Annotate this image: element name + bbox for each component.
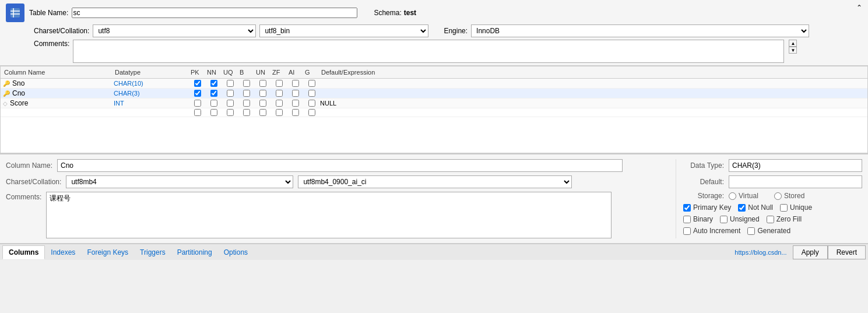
g-sno[interactable]: [308, 80, 315, 87]
checkboxes-row2: Binary Unsigned Zero Fill: [683, 215, 862, 223]
apply-button[interactable]: Apply: [793, 245, 828, 259]
storage-row: Storage: Virtual Stored: [683, 192, 862, 200]
schema-label: Schema:: [374, 9, 401, 17]
zf-sno[interactable]: [276, 80, 283, 87]
data-type-row: Data Type:: [683, 159, 862, 172]
b-sno[interactable]: [243, 80, 250, 87]
key-icon: 🔑: [3, 80, 10, 87]
default-label: Default:: [683, 178, 724, 186]
b-new[interactable]: [243, 109, 250, 116]
zf-cno[interactable]: [276, 90, 283, 97]
nn-sno[interactable]: [210, 80, 217, 87]
charset-detail-select[interactable]: utf8mb4: [66, 175, 293, 188]
zero-fill-checkbox[interactable]: [767, 216, 774, 223]
checkboxes-row1: Primary Key Not Null Unique: [683, 203, 862, 212]
table-name-input[interactable]: [72, 8, 357, 18]
table-row[interactable]: 🔑 Sno CHAR(10): [1, 79, 867, 89]
not-null-checkbox-label[interactable]: Not Null: [738, 203, 773, 212]
revert-button[interactable]: Revert: [828, 245, 866, 259]
collation-select[interactable]: utf8_bin: [259, 24, 428, 37]
pk-cno[interactable]: [194, 90, 201, 97]
table-row-empty[interactable]: [1, 108, 867, 117]
engine-select[interactable]: InnoDB: [471, 24, 809, 37]
collapse-icon[interactable]: ⌃: [856, 3, 862, 12]
unsigned-checkbox-label[interactable]: Unsigned: [720, 215, 760, 223]
storage-stored-label[interactable]: Stored: [774, 192, 815, 200]
g-score[interactable]: [308, 100, 315, 107]
g-new[interactable]: [308, 109, 315, 116]
g-cno[interactable]: [308, 90, 315, 97]
zf-score[interactable]: [276, 100, 283, 107]
ai-cno[interactable]: [292, 90, 299, 97]
unsigned-checkbox[interactable]: [720, 216, 728, 223]
row3: Comments: ▲ ▼: [6, 40, 862, 63]
zf-new[interactable]: [276, 109, 283, 116]
nn-score[interactable]: [210, 100, 217, 107]
un-new[interactable]: [259, 109, 266, 116]
zero-fill-checkbox-label[interactable]: Zero Fill: [767, 215, 802, 223]
charset-detail-label: Charset/Collation:: [6, 178, 61, 186]
uq-sno[interactable]: [227, 80, 234, 87]
col-datatype-score: INT: [114, 100, 189, 107]
uq-new[interactable]: [227, 109, 234, 116]
comments-textarea[interactable]: [73, 40, 784, 63]
tab-options[interactable]: Options: [218, 246, 254, 259]
ai-new[interactable]: [292, 109, 299, 116]
comments-detail-textarea[interactable]: 课程号: [46, 192, 612, 238]
tab-indexes[interactable]: Indexes: [45, 246, 81, 259]
binary-checkbox-label[interactable]: Binary: [683, 215, 713, 223]
row2: Charset/Collation: utf8 utf8_bin Engine:…: [6, 24, 862, 37]
generated-checkbox-label[interactable]: Generated: [747, 227, 790, 235]
collation-detail-select[interactable]: utf8mb4_0900_ai_ci: [298, 175, 572, 188]
nn-cno[interactable]: [210, 90, 217, 97]
ai-sno[interactable]: [292, 80, 299, 87]
pk-sno[interactable]: [194, 80, 201, 87]
tab-partitioning[interactable]: Partitioning: [171, 246, 218, 259]
col-name-detail-input[interactable]: [57, 159, 623, 172]
default-input[interactable]: [729, 175, 862, 188]
engine-label: Engine:: [444, 27, 468, 35]
b-cno[interactable]: [243, 90, 250, 97]
col-header-un: UN: [255, 68, 271, 77]
storage-virtual-label[interactable]: Virtual: [729, 192, 769, 200]
table-name-label: Table Name:: [29, 9, 68, 17]
tab-triggers[interactable]: Triggers: [134, 246, 171, 259]
tab-columns[interactable]: Columns: [2, 245, 45, 259]
primary-key-checkbox-label[interactable]: Primary Key: [683, 203, 731, 212]
un-score[interactable]: [259, 100, 266, 107]
pk-new[interactable]: [194, 109, 201, 116]
pk-score[interactable]: [194, 100, 201, 107]
auto-increment-checkbox[interactable]: [683, 227, 691, 235]
un-cno[interactable]: [259, 90, 266, 97]
un-sno[interactable]: [259, 80, 266, 87]
unique-checkbox[interactable]: [780, 204, 788, 212]
generated-checkbox[interactable]: [747, 227, 755, 235]
charset-select[interactable]: utf8: [93, 24, 256, 37]
table-row[interactable]: ◇ Score INT NULL: [1, 99, 867, 108]
storage-virtual-radio[interactable]: [729, 192, 736, 200]
ai-score[interactable]: [292, 100, 299, 107]
scroll-down-btn[interactable]: ▼: [789, 47, 797, 54]
uq-cno[interactable]: [227, 90, 234, 97]
table-row[interactable]: 🔑 Cno CHAR(3): [1, 89, 867, 99]
binary-checkbox[interactable]: [683, 216, 691, 223]
data-type-label: Data Type:: [683, 161, 724, 170]
uq-score[interactable]: [227, 100, 234, 107]
data-type-input[interactable]: [729, 159, 862, 172]
not-null-checkbox[interactable]: [738, 204, 746, 212]
storage-stored-radio[interactable]: [774, 192, 782, 200]
auto-increment-checkbox-label[interactable]: Auto Increment: [683, 227, 740, 235]
nn-new[interactable]: [210, 109, 217, 116]
b-score[interactable]: [243, 100, 250, 107]
grid-header: Column Name Datatype PK NN UQ B UN ZF AI…: [1, 66, 867, 79]
primary-key-checkbox[interactable]: [683, 204, 691, 212]
col-header-nn: NN: [206, 68, 222, 77]
tab-foreign-keys[interactable]: Foreign Keys: [81, 246, 134, 259]
charset-row: Charset/Collation: utf8mb4 utf8mb4_0900_…: [6, 175, 666, 188]
footer-link: https://blog.csdn...: [735, 249, 786, 256]
scroll-up-btn[interactable]: ▲: [789, 40, 797, 47]
col-header-zf: ZF: [271, 68, 287, 77]
unique-checkbox-label[interactable]: Unique: [780, 203, 812, 212]
col-header-datatype: Datatype: [114, 68, 189, 77]
comments-detail-label: Comments:: [6, 193, 41, 201]
